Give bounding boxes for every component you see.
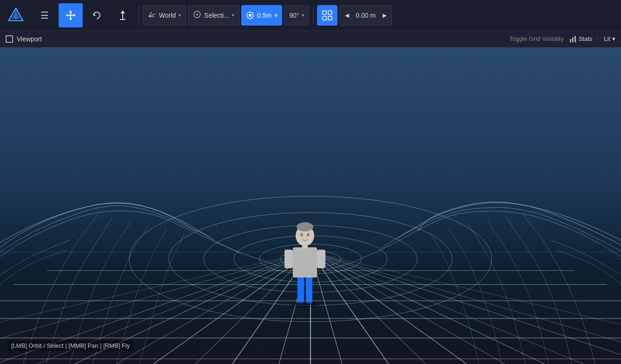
snap-toggle-button[interactable]: 0.5m ▾: [241, 5, 282, 26]
svg-rect-21: [328, 11, 332, 14]
svg-point-19: [249, 14, 251, 17]
svg-rect-67: [317, 250, 325, 268]
coord-system-dropdown[interactable]: World ▾: [143, 5, 186, 26]
angle-snap-dropdown[interactable]: 90° ▾: [284, 5, 309, 26]
svg-marker-6: [69, 18, 72, 20]
svg-rect-66: [284, 250, 293, 268]
separator-1: [139, 6, 139, 25]
svg-rect-63: [297, 275, 304, 303]
viewport-title-area: Viewport: [6, 35, 42, 43]
svg-marker-11: [120, 10, 125, 13]
arrow-up-button[interactable]: [111, 3, 135, 27]
svg-rect-23: [328, 16, 332, 20]
scene-svg: [0, 47, 621, 364]
toggle-grid-label: Toggle Grid Visibility: [509, 35, 564, 42]
snap-value-label: 0.5m: [257, 12, 271, 19]
angle-snap-label: 90°: [289, 12, 299, 19]
lit-dropdown[interactable]: Lit ▾: [598, 35, 615, 42]
snap-target-dropdown[interactable]: Selecti... ▾: [188, 5, 239, 26]
move-tool-button[interactable]: [59, 3, 83, 27]
grid-toggle-button[interactable]: [317, 5, 337, 26]
main-toolbar: ☰: [0, 0, 621, 31]
svg-rect-24: [570, 39, 571, 42]
lit-chevron: ▾: [612, 35, 615, 42]
svg-point-73: [291, 302, 319, 307]
stats-label: Stats: [579, 35, 593, 42]
offset-unit: m: [370, 12, 376, 19]
lit-label: Lit: [604, 35, 610, 42]
snap-chevron: ▾: [274, 12, 277, 19]
svg-rect-26: [575, 36, 576, 42]
viewport-title: Viewport: [17, 35, 42, 43]
coord-system-label: World: [159, 12, 176, 19]
svg-rect-20: [323, 11, 326, 14]
logo-button[interactable]: [4, 3, 28, 27]
svg-point-70: [297, 222, 313, 232]
snap-target-chevron: ▾: [232, 13, 234, 18]
viewport-header: Viewport Toggle Grid Visibility Stats Li…: [0, 31, 621, 47]
coord-system-chevron: ▾: [178, 13, 181, 18]
offset-right-button[interactable]: ▶: [377, 5, 391, 26]
viewport-icon: [6, 35, 13, 43]
snap-target-label: Selecti...: [204, 12, 229, 19]
svg-marker-8: [73, 14, 76, 17]
offset-control: ◀ 0.00 m ▶: [339, 5, 392, 26]
svg-rect-25: [572, 37, 574, 42]
separator-2: [313, 6, 313, 25]
viewport-canvas: [LMB] Orbit / Select | [MMB] Pan | [RMB]…: [0, 47, 621, 364]
refresh-button[interactable]: [85, 3, 109, 27]
coord-system-icon: [148, 10, 156, 20]
svg-point-71: [300, 233, 303, 237]
stats-button[interactable]: Stats: [569, 35, 593, 43]
viewport-right-controls: Toggle Grid Visibility Stats Lit ▾: [509, 35, 615, 43]
offset-value-display: 0.00 m: [354, 12, 377, 19]
offset-number: 0.00: [356, 12, 368, 19]
menu-button[interactable]: ☰: [33, 3, 57, 27]
offset-left-button[interactable]: ◀: [340, 5, 354, 26]
svg-marker-9: [93, 13, 96, 16]
svg-marker-7: [66, 14, 68, 17]
svg-marker-5: [69, 10, 72, 13]
svg-point-72: [307, 233, 310, 237]
svg-rect-65: [293, 247, 317, 278]
snap-target-icon: [193, 10, 201, 20]
svg-rect-64: [306, 275, 312, 303]
angle-snap-chevron: ▾: [302, 13, 304, 18]
viewport-hint: [LMB] Orbit / Select | [MMB] Pan | [RMB]…: [7, 340, 133, 351]
viewport-hint-text: [LMB] Orbit / Select | [MMB] Pan | [RMB]…: [11, 342, 130, 349]
svg-point-17: [196, 13, 198, 15]
svg-rect-22: [323, 16, 326, 20]
